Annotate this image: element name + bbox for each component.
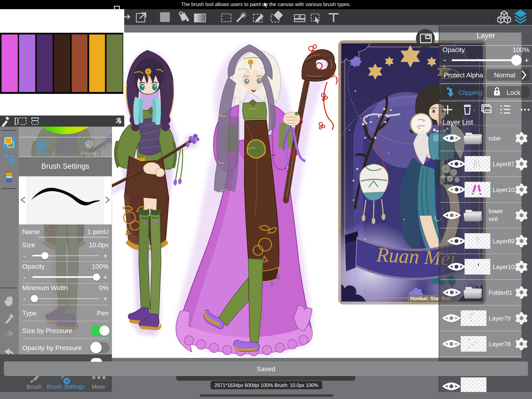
svg-text:Layer: Layer <box>476 31 495 39</box>
svg-text:Folder81: Folder81 <box>488 289 512 296</box>
svg-text:Layer79: Layer79 <box>489 315 511 322</box>
svg-text:Layer89: Layer89 <box>493 238 514 245</box>
svg-text:-: - <box>443 55 446 64</box>
svg-text:Layer102: Layer102 <box>493 264 518 270</box>
svg-text:robe: robe <box>488 135 501 142</box>
svg-text:Layer103: Layer103 <box>493 187 518 193</box>
svg-text:Lock: Lock <box>507 89 521 96</box>
svg-text:veil: veil <box>488 216 498 223</box>
svg-text:Normal: Normal <box>494 71 515 79</box>
svg-text:+: + <box>524 56 529 65</box>
svg-text:Palette: Palette <box>81 151 97 157</box>
svg-text:Layer List: Layer List <box>443 118 473 126</box>
svg-text:Layer87: Layer87 <box>493 161 514 167</box>
svg-text:Layer78: Layer78 <box>489 341 511 348</box>
svg-text:Clipping: Clipping <box>458 89 482 96</box>
svg-text:Opacity: Opacity <box>443 46 465 53</box>
svg-text:lower: lower <box>488 208 503 215</box>
svg-text:100%: 100% <box>513 46 529 53</box>
svg-text:Protect Alpha: Protect Alpha <box>444 71 483 79</box>
svg-text:Color: Color <box>35 151 48 157</box>
